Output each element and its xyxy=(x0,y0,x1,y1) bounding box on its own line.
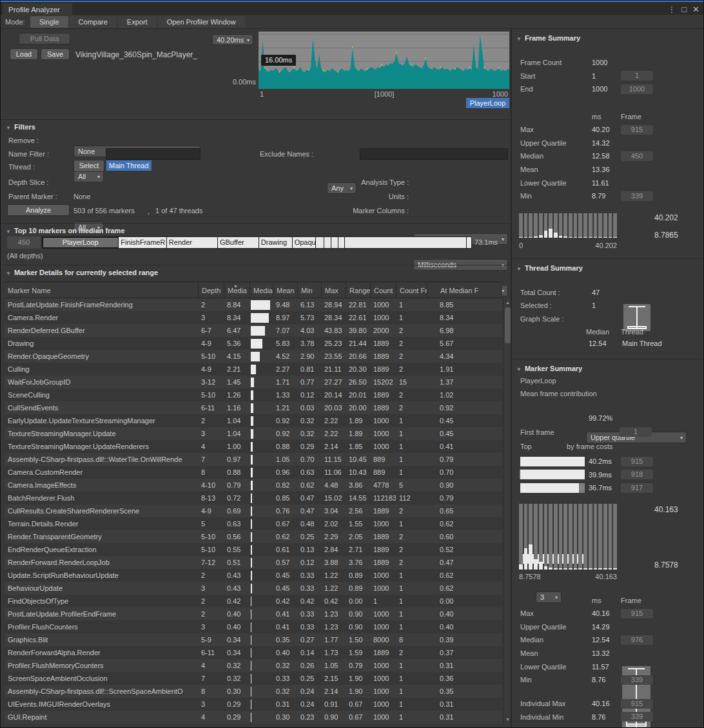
table-row[interactable]: UIEvents.IMGUIRenderOverlays30.290.310.2… xyxy=(5,698,502,711)
table-row[interactable]: Assembly-CSharp-firstpass.dll!::WaterTil… xyxy=(5,453,502,466)
range-scale-dropdown[interactable]: 40.20ms ▾ xyxy=(212,34,253,45)
analyze-button[interactable]: Analyze xyxy=(7,204,70,216)
save-button[interactable]: Save xyxy=(41,48,70,60)
table-row[interactable]: CullResults.CreateSharedRendererScene4-9… xyxy=(5,504,502,517)
table-row[interactable]: BehaviourUpdate30.430.450.331.220.891000… xyxy=(5,582,502,595)
top10-segment-gbuffer[interactable]: GBuffer xyxy=(218,237,259,248)
frame-button[interactable]: 915 xyxy=(621,125,653,135)
top10-header[interactable]: ▼Top 10 markers on median frame xyxy=(6,227,125,235)
table-row[interactable]: Terrain.Details.Render50.630.670.482.021… xyxy=(5,517,502,530)
frame-button[interactable]: 339 xyxy=(621,712,653,722)
column-header-range[interactable]: Range xyxy=(346,282,370,298)
first-frame-button[interactable]: 1 xyxy=(620,427,652,437)
scrollbar-thumb[interactable] xyxy=(505,307,511,343)
table-row[interactable]: TextureStreamingManager.Update31.040.920… xyxy=(5,427,502,440)
table-row[interactable]: BatchRenderer.Flush8-130.720.850.4715.02… xyxy=(5,492,502,504)
mode-tab-open-profiler-window[interactable]: Open Profiler Window xyxy=(158,16,245,28)
mode-tab-export[interactable]: Export xyxy=(118,16,157,28)
table-row[interactable]: Camera.ImageEffects4-100.790.820.624.483… xyxy=(5,479,502,492)
column-header-at-median-f[interactable]: At Median F xyxy=(427,282,498,298)
table-row[interactable]: TextureStreamingManager.UpdateRenderers4… xyxy=(5,440,502,453)
frame-button[interactable]: 918 xyxy=(621,470,653,479)
table-row[interactable]: Profiler.FlushCounters30.400.410.331.230… xyxy=(5,620,502,633)
table-row[interactable]: PostLateUpdate.ProfilerEndFrame20.400.41… xyxy=(5,608,502,620)
top10-segment[interactable] xyxy=(338,237,345,248)
table-row[interactable]: Profiler.FlushMemoryCounters40.320.320.2… xyxy=(5,659,502,672)
marker-summary-header[interactable]: ▼Marker Summary xyxy=(516,365,582,372)
table-row[interactable]: RenderForwardAlpha.Render6-110.340.400.1… xyxy=(5,646,502,659)
top10-segment[interactable] xyxy=(345,237,467,248)
table-row[interactable]: Assembly-CSharp-firstpass.dll!::ScreenSp… xyxy=(5,685,502,698)
frame-button[interactable]: 915 xyxy=(621,609,653,618)
table-row[interactable]: Camera.Render38.348.975.7328.3422.611000… xyxy=(5,311,502,324)
table-header-row[interactable]: Marker NameDepthMedia▼MediaMeanMinMaxRan… xyxy=(5,282,502,298)
filters-header[interactable]: ▼Filters xyxy=(6,123,35,131)
top10-segment-render[interactable]: Render xyxy=(167,237,218,248)
mode-tab-single[interactable]: Single xyxy=(30,16,68,28)
table-row[interactable]: GUI.Repaint40.290.300.230.900.67100010.3… xyxy=(5,711,502,723)
table-row[interactable]: Culling4-92.212.270.8121.1120.30188921.9… xyxy=(5,363,502,376)
column-header-marker-name[interactable]: Marker Name xyxy=(5,282,198,298)
column-header-media[interactable]: Media xyxy=(249,282,273,298)
histogram-bar-fill xyxy=(594,568,598,570)
name-filter-mode-dropdown[interactable]: All▾ xyxy=(73,171,104,182)
column-header-media[interactable]: Media▼ xyxy=(224,282,249,298)
menu-icon[interactable]: ⋮ xyxy=(667,5,676,15)
table-row[interactable]: CullSendEvents6-111.161.210.0320.0320.00… xyxy=(5,401,502,414)
thread-select-button[interactable]: Select xyxy=(73,160,104,172)
load-button[interactable]: Load xyxy=(10,48,38,60)
exclude-names-input[interactable] xyxy=(360,148,508,160)
top-n-dropdown[interactable]: 3▾ xyxy=(536,591,562,603)
pull-data-button[interactable]: Pull Data xyxy=(19,33,70,44)
name-filter-input[interactable] xyxy=(106,148,200,160)
maximize-icon[interactable]: □ xyxy=(681,5,687,15)
top10-segment-finishframer[interactable]: FinishFrameR xyxy=(119,237,166,248)
frame-summary-header[interactable]: ▼Frame Summary xyxy=(516,34,580,42)
column-header-max[interactable]: Max xyxy=(321,282,346,298)
table-row[interactable]: EndRenderQueueExtraction5-100.550.610.13… xyxy=(5,543,502,556)
frame-button[interactable]: 917 xyxy=(621,483,653,493)
column-header-count-fra[interactable]: Count Fra xyxy=(396,282,427,298)
table-row[interactable]: WaitForJobGroupID3-121.451.710.7727.2726… xyxy=(5,376,502,388)
table-row[interactable]: Camera.CustomRender80.880.960.6311.0610.… xyxy=(5,466,502,479)
column-header-count[interactable]: Count xyxy=(370,282,396,298)
table-row[interactable]: Drawing4-95.365.833.7825.2321.44188925.6… xyxy=(5,337,502,350)
top10-segment-playerloop[interactable]: PlayerLoop xyxy=(43,237,119,248)
frame-button[interactable]: 976 xyxy=(621,635,653,645)
top10-segment[interactable] xyxy=(331,237,338,248)
table-row[interactable]: Render.TransparentGeometry5-100.560.620.… xyxy=(5,530,502,543)
table-row[interactable]: FindObjectsOfType20.420.420.420.420.0011… xyxy=(5,595,502,608)
top10-segment-opaqu[interactable]: Opaqu xyxy=(293,237,317,248)
table-row[interactable]: Graphics.Blit5-90.340.350.271.771.508000… xyxy=(5,633,502,646)
cell-count: 1000 xyxy=(370,672,396,685)
frame-time-chart[interactable]: 16.00ms xyxy=(259,32,509,89)
median-frame-button[interactable]: 450 xyxy=(7,236,41,249)
mode-tab-compare[interactable]: Compare xyxy=(70,16,117,28)
table-row[interactable]: PostLateUpdate.FinishFrameRendering28.84… xyxy=(5,298,502,311)
table-row[interactable]: RenderDeferred.GBuffer6-76.477.074.0343.… xyxy=(5,324,502,337)
frame-button[interactable]: 915 xyxy=(621,699,653,709)
thread-summary-header[interactable]: ▼Thread Summary xyxy=(516,264,583,272)
table-row[interactable]: RenderForward.RenderLoopJob7-120.510.570… xyxy=(5,556,502,569)
column-header-depth[interactable]: Depth xyxy=(198,282,224,298)
top10-segment-drawing[interactable]: Drawing xyxy=(259,237,293,248)
frame-button[interactable]: 1000 xyxy=(621,84,653,94)
table-row[interactable]: EarlyUpdate.UpdateTextureStreamingManage… xyxy=(5,414,502,427)
top10-segment[interactable] xyxy=(324,237,331,248)
frame-button[interactable]: 450 xyxy=(621,151,653,161)
frame-button[interactable]: 1 xyxy=(621,71,653,81)
marker-details-header[interactable]: ▼Marker Details for currently selected r… xyxy=(6,269,158,276)
table-row[interactable]: Render.OpaqueGeometry5-104.154.522.9023.… xyxy=(5,350,502,363)
table-row[interactable]: SceneCulling5-101.261.330.1220.1420.0118… xyxy=(5,388,502,401)
table-row[interactable]: ScreenSpaceAmbientOcclusion70.320.330.25… xyxy=(5,672,502,685)
frame-button[interactable]: 915 xyxy=(621,457,653,466)
table-row[interactable]: Update.ScriptRunBehaviourUpdate20.430.45… xyxy=(5,569,502,582)
panel-divider[interactable] xyxy=(511,29,512,728)
top10-segment[interactable] xyxy=(316,237,324,248)
column-header-min[interactable]: Min xyxy=(297,282,321,298)
close-icon[interactable]: ✕ xyxy=(692,5,699,15)
column-header-mean[interactable]: Mean xyxy=(273,282,297,298)
frame-button[interactable]: 339 xyxy=(621,191,653,201)
frame-button[interactable]: 339 xyxy=(621,675,653,685)
tab-profile-analyzer[interactable]: Profile Analyzer xyxy=(3,3,72,16)
